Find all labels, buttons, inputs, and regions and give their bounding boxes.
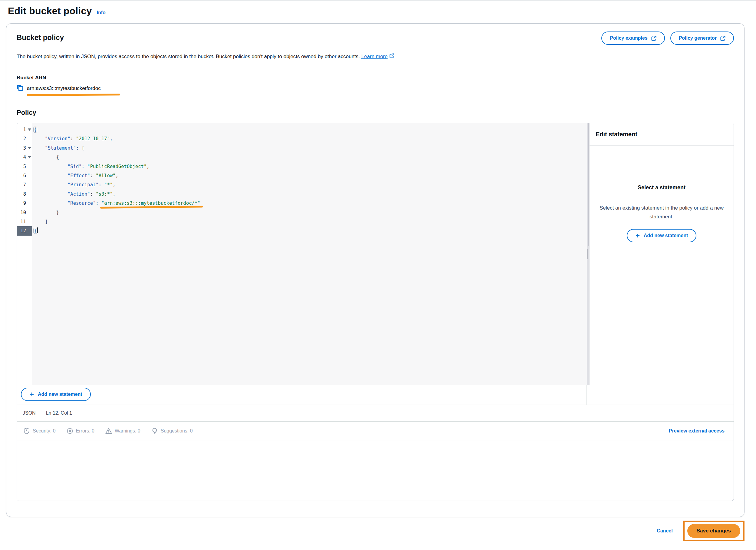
code-token: "2012-10-17" [76,136,110,141]
annotation-underline-arn [27,94,120,96]
line-gutter: 9 [17,199,32,208]
preview-external-access-link[interactable]: Preview external access [669,428,725,434]
code-rows: 1{2 "Version": "2012-10-17",3 "Statement… [17,125,587,235]
editor-status-bar: JSON Ln 12, Col 1 [17,405,734,421]
code-line-content: { [32,153,59,162]
code-token: , [110,136,113,141]
policy-examples-button[interactable]: Policy examples [601,31,665,45]
card-title: Bucket policy [17,31,64,42]
code-line: 12} [17,226,587,235]
policy-examples-label: Policy examples [610,35,648,41]
code-line-content: "Resource": "arn:aws:s3:::mytestbucketfo… [32,199,200,208]
code-token: : [70,136,76,141]
code-line-content: "Version": "2012-10-17", [32,134,113,143]
code-token: "Allow" [96,173,115,178]
code-editor-pane[interactable]: 1{2 "Version": "2012-10-17",3 "Statement… [17,123,587,385]
code-token: : [96,200,101,206]
code-line: 3 "Statement": [ [17,143,587,153]
copy-arn-button[interactable] [17,84,24,92]
fold-toggle-icon[interactable] [27,125,32,134]
line-gutter: 11 [17,217,32,226]
code-line: 9 "Resource": "arn:aws:s3:::mytestbucket… [17,199,587,208]
code-line-content: "Action": "s3:*", [32,189,116,199]
editor-mode: JSON [23,410,36,416]
code-line: 6 "Effect": "Allow", [17,171,587,180]
code-token [34,136,45,141]
select-statement-heading: Select a statement [590,184,734,191]
problem-label: Security: 0 [33,428,56,434]
code-token: "PublicReadGetObject" [87,164,146,169]
warning-triangle-icon [105,428,112,434]
error-circle-icon [67,428,73,434]
code-token: { [33,127,37,133]
code-line: 2 "Version": "2012-10-17", [17,134,587,143]
fold-toggle-icon[interactable] [27,153,32,162]
line-gutter: 5 [17,162,32,171]
line-number: 12 [17,226,27,235]
code-token: : [ [76,145,84,151]
learn-more-link[interactable]: Learn more [361,53,394,60]
problem-indicator: Suggestions: 0 [151,428,193,434]
code-line-content: "Effect": "Allow", [32,171,118,180]
editor-scrollbar [587,123,590,385]
line-number: 2 [17,134,27,143]
cancel-button[interactable]: Cancel [657,528,672,534]
line-number: 10 [17,208,27,217]
fold-spacer [27,208,32,217]
problem-indicator: Warnings: 0 [105,428,140,434]
code-token [34,200,67,206]
editor-details-area [17,440,734,501]
code-token [34,191,67,197]
code-token: "Statement" [45,145,76,151]
page-header: Edit bucket policy Info [0,1,756,17]
code-token [34,173,67,178]
code-token: "Action" [67,191,90,197]
add-new-statement-button-panel[interactable]: Add new statement [627,229,697,242]
fold-toggle-icon[interactable] [27,143,32,153]
code-line: 5 "Sid": "PublicReadGetObject", [17,162,587,171]
code-token-annotated: "arn:aws:s3:::mytestbucketfordoc/*" [101,200,200,206]
edit-statement-panel: Edit statement Select a statement Select… [590,123,734,385]
plus-icon [635,233,640,238]
cursor-position: Ln 12, Col 1 [46,410,72,416]
bucket-arn-row: arn:aws:s3:::mytestbucketfordoc [17,84,101,92]
code-token: : [90,191,96,197]
policy-heading: Policy [17,109,734,117]
problem-label: Errors: 0 [76,428,94,434]
add-statement-row-left: Add new statement [17,385,587,405]
card-actions: Policy examples Policy generator [601,31,734,45]
info-link[interactable]: Info [97,10,105,15]
problem-indicator: Errors: 0 [67,428,94,434]
split-resize-handle[interactable] [587,249,589,259]
line-gutter: 8 [17,189,32,199]
fold-spacer [27,162,32,171]
problem-label: Warnings: 0 [115,428,140,434]
code-line-content: } [32,226,38,235]
policy-generator-label: Policy generator [679,35,717,41]
add-new-statement-label: Add new statement [644,233,688,238]
line-number: 3 [17,143,27,153]
bucket-arn-block: Bucket ARN arn:aws:s3:::mytestbucketford… [17,75,734,92]
code-token [34,182,67,187]
code-line-content: { [32,125,37,134]
problem-label: Suggestions: 0 [161,428,193,434]
external-link-icon [651,36,656,41]
card-head: Bucket policy Policy examples Policy gen… [17,31,734,45]
line-number: 6 [17,171,27,180]
bucket-arn-value: arn:aws:s3:::mytestbucketfordoc [27,85,101,91]
plus-icon [29,392,34,397]
policy-generator-button[interactable]: Policy generator [670,31,734,45]
add-new-statement-button[interactable]: Add new statement [21,388,91,401]
scrollbar-thumb[interactable] [588,123,589,246]
line-gutter: 7 [17,180,32,189]
code-token: "Version" [45,136,70,141]
annotation-box-save: Save changes [683,521,744,541]
save-changes-button[interactable]: Save changes [687,524,740,538]
code-line-content: "Principal": "*", [32,180,116,189]
code-line: 11 ] [17,217,587,226]
active-line-gutter: 12 [17,226,32,235]
editor-problems-bar: Security: 0Errors: 0Warnings: 0Suggestio… [17,421,734,440]
code-token: , [146,164,149,169]
edit-statement-empty-state: Select a statement Select an existing st… [590,146,734,242]
code-token [34,145,45,151]
